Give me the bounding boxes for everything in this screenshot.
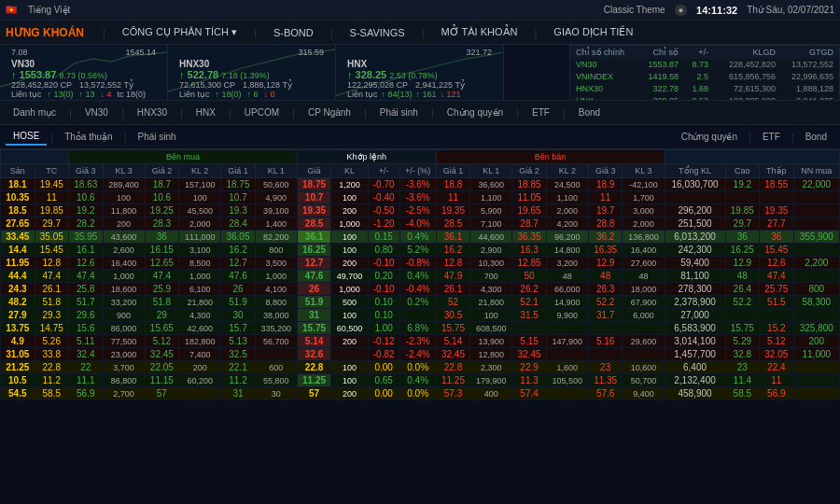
table-cell: 28.8 — [588, 217, 623, 231]
table-cell: 51.5 — [760, 296, 794, 309]
tab-bond-2[interactable]: Bond — [798, 129, 834, 145]
table-cell: -0.4% — [399, 283, 436, 296]
language-selector[interactable]: Tiếng Việt — [28, 5, 70, 15]
table-cell: 28.2 — [69, 217, 104, 231]
table-cell: 1.00 — [368, 322, 399, 335]
table-cell: 44.4 — [1, 270, 35, 283]
tab-danh-muc[interactable]: Danh mục — [6, 105, 63, 120]
tab-hnx[interactable]: HNX — [189, 105, 223, 120]
table-cell — [725, 309, 760, 322]
table-cell: 50,600 — [255, 178, 297, 191]
table-cell: 15.6 — [69, 322, 104, 335]
table-cell: 6,000 — [623, 309, 665, 322]
tab-hnx30[interactable]: HNX30 — [130, 105, 175, 120]
theme-toggle[interactable]: ● — [675, 5, 687, 16]
table-cell: 29.3 — [35, 309, 69, 322]
table-cell: 3,014,100 — [665, 335, 725, 348]
table-row[interactable]: 10.511.211.186,80011.1560,20011.255,8001… — [1, 374, 840, 387]
table-cell: 51.9 — [221, 296, 256, 309]
table-row[interactable]: 11.9512.812.616,40012.658,50012.73,50012… — [1, 257, 840, 270]
table-cell: 136,800 — [623, 231, 665, 244]
th-gia: Giá — [297, 164, 331, 178]
tab-etf[interactable]: ETF — [525, 105, 557, 120]
table-row[interactable]: 27.929.329.6900294,3003038,000311000.103… — [1, 309, 840, 322]
table-cell: 16.2 — [221, 244, 256, 257]
tab-upcom[interactable]: UPCOM — [237, 105, 287, 120]
tab-vn30[interactable]: VN30 — [77, 105, 116, 120]
tab-phai-sinh-2[interactable]: Phái sinh — [131, 129, 184, 145]
tab-phai-sinh[interactable]: Phái sinh — [372, 105, 426, 120]
tab-chung-quyen[interactable]: Chứng quyền — [440, 105, 511, 120]
table-cell: 2,200 — [793, 257, 839, 270]
table-cell: 2,600 — [103, 244, 145, 257]
table-cell: 82,200 — [255, 231, 297, 244]
table-cell: 36.1 — [436, 231, 470, 244]
table-row[interactable]: 33.4535.0535.9543,60036111,00036.0582,20… — [1, 231, 840, 244]
nav-bar: HƯNG KHOÁN | CÔNG CỤ PHÂN TÍCH ▾ | S-BON… — [0, 21, 840, 45]
tab-bond[interactable]: Bond — [571, 105, 608, 120]
table-cell: 32.6 — [297, 348, 331, 361]
table-cell: 182,800 — [179, 335, 221, 348]
nav-item-giao-dich[interactable]: GIAO DỊCH TIỀN — [552, 22, 635, 42]
table-row[interactable]: 4.95.265.1177,5005.12182,8005.1356,7005.… — [1, 335, 840, 348]
table-row[interactable]: 14.415.4516.12,60016.153,10016.280016.25… — [1, 244, 840, 257]
index-gtgd-vnindex: 22,996,635 — [777, 72, 833, 81]
nav-item-sbond[interactable]: S-BOND — [272, 23, 315, 42]
table-cell: 100 — [179, 191, 221, 204]
table-cell: 36.1 — [297, 231, 331, 244]
table-row[interactable]: 31.0533.832.423,00032.457,40032.532.6-0.… — [1, 348, 840, 361]
table-cell: 22.05 — [145, 361, 179, 374]
table-cell — [399, 309, 436, 322]
table-cell: 289,400 — [103, 178, 145, 191]
tab-etf-2[interactable]: ETF — [755, 129, 788, 145]
table-row[interactable]: 18.519.8519.211,80019.2545,50019.339,100… — [1, 204, 840, 217]
table-cell: 5.13 — [221, 335, 256, 348]
table-cell: 60,200 — [179, 374, 221, 387]
table-cell: 11.05 — [512, 191, 547, 204]
index-val-vnindex: 1419.58 — [634, 72, 679, 81]
table-cell: 25.75 — [760, 283, 794, 296]
nav-item-ssavings[interactable]: S-SAVINGS — [348, 23, 407, 42]
table-cell: 32.45 — [145, 348, 179, 361]
table-cell: 14,900 — [546, 296, 588, 309]
nav-item-cong-cu[interactable]: CÔNG CỤ PHÂN TÍCH ▾ — [120, 22, 239, 42]
table-cell — [793, 374, 839, 387]
table-cell: 51.7 — [69, 296, 104, 309]
tab-thoa-thuan[interactable]: Thỏa thuận — [57, 129, 119, 145]
table-row[interactable]: 54.558.556.92,700573130572000.000.0%57.3… — [1, 387, 840, 400]
table-cell: 800 — [255, 244, 297, 257]
th-pm: +/- — [368, 164, 399, 178]
table-cell: 18.7 — [145, 178, 179, 191]
tab-cp-nganh[interactable]: CP Ngành — [301, 105, 358, 120]
table-row[interactable]: 21.2522.8223,70022.0520022.160022.81000.… — [1, 361, 840, 374]
table-row[interactable]: 24.326.125.818,60025.96,100264,100261,00… — [1, 283, 840, 296]
table-cell: 1,100 — [546, 191, 588, 204]
th-thap: Thấp — [760, 164, 794, 178]
table-cell: 57.4 — [512, 387, 547, 400]
table-cell: 51.8 — [35, 296, 69, 309]
nav-item-mo-tai-khoan[interactable]: MỞ TÀI KHOẢN — [440, 22, 520, 42]
ticker-hnx30: 315.59 HNX30 ↑ 522.78 7.18 (1.39%) 72,61… — [168, 45, 336, 100]
table-cell: 47.6 — [221, 270, 256, 283]
table-cell — [623, 322, 665, 335]
table-row[interactable]: 27.6529.728.220028.32,00028.41,40028.51,… — [1, 217, 840, 231]
table-cell: 335,200 — [255, 322, 297, 335]
table-row[interactable]: 18.119.4518.63289,40018.7157,10018.7550,… — [1, 178, 840, 191]
table-row[interactable]: 48.251.851.733,20051.821,80051.98,80051.… — [1, 296, 840, 309]
table-row[interactable]: 13.7514.7515.686,00015.6542,60015.7335,2… — [1, 322, 840, 335]
table-cell: 77,500 — [103, 335, 145, 348]
index-klgd-vn30: 228,452,820 — [710, 60, 776, 69]
table-cell: 22 — [69, 361, 104, 374]
table-cell: 23 — [725, 361, 760, 374]
table-row[interactable]: 44.447.447.41,00047.41,00047.61,00047.64… — [1, 270, 840, 283]
tab-hose[interactable]: HOSE — [6, 128, 47, 146]
table-cell: 0.10 — [368, 296, 399, 309]
table-cell: 10.7 — [221, 191, 256, 204]
tab-chung-quyen-2[interactable]: Chứng quyền — [674, 129, 745, 145]
nav-logo[interactable]: HƯNG KHOÁN — [6, 26, 84, 39]
col-group-ben-mua: Bên mua — [69, 150, 298, 164]
table-cell: 57 — [297, 387, 331, 400]
table-cell: 19.3 — [221, 204, 256, 217]
table-cell: 26.3 — [588, 283, 623, 296]
table-row[interactable]: 10.351110.610010.610010.74,90010.7100-0.… — [1, 191, 840, 204]
